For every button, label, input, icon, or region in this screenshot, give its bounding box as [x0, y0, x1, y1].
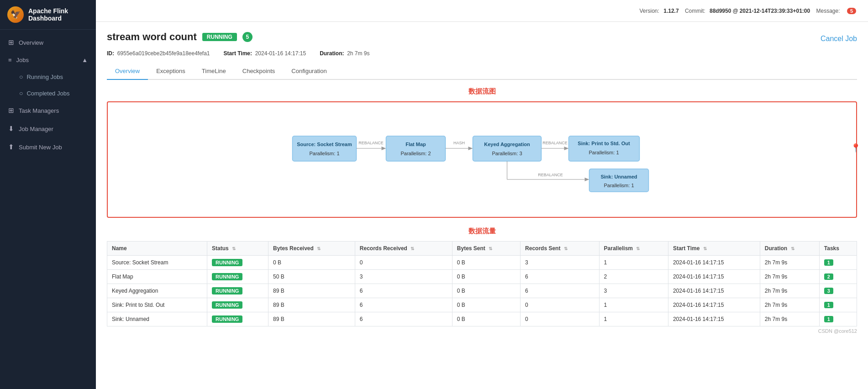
dataflow-section: 数据流量 Name Status ⇅ Bytes Received ⇅ Reco… — [107, 227, 857, 326]
pin-icon: 📍 — [851, 143, 861, 153]
sidebar-item-overview[interactable]: ⊞ Overview — [0, 33, 96, 52]
main-panel: Version: 1.12.7 Commit: 88d9950 @ 2021-1… — [96, 0, 868, 389]
sidebar-nav: ⊞ Overview ≡ Jobs ▲ ○ Running Jobs ○ Com… — [0, 30, 96, 389]
job-status-badge: RUNNING — [202, 33, 237, 41]
svg-text:Parallelism: 1: Parallelism: 1 — [589, 150, 619, 155]
sidebar-item-jobs[interactable]: ≡ Jobs ▲ — [0, 52, 96, 68]
cell-status: RUNNING — [207, 298, 268, 312]
cell-name[interactable]: Keyed Aggregation — [107, 284, 207, 298]
cell-bytes-recv: 50 B — [268, 270, 355, 284]
svg-text:REBALANCE: REBALANCE — [538, 173, 563, 177]
version-value: 1.12.7 — [663, 8, 679, 14]
cell-parallelism: 1 — [599, 312, 668, 326]
cell-records-sent: 0 — [521, 312, 600, 326]
cell-bytes-sent: 0 B — [452, 284, 520, 298]
dataflow-table: Name Status ⇅ Bytes Received ⇅ Records R… — [107, 241, 857, 326]
cell-status: RUNNING — [207, 256, 268, 270]
svg-marker-10 — [468, 147, 473, 150]
col-parallelism: Parallelism ⇅ — [599, 242, 668, 256]
cell-name[interactable]: Sink: Unnamed — [107, 312, 207, 326]
cell-records-recv: 6 — [355, 284, 452, 298]
sidebar-item-submit-new-job-label: Submit New Job — [19, 144, 62, 151]
sidebar-item-task-managers[interactable]: ⊞ Task Managers — [0, 101, 96, 120]
col-name: Name — [107, 242, 207, 256]
tab-overview[interactable]: Overview — [107, 63, 148, 80]
cell-tasks: 3 — [819, 284, 857, 298]
tab-checkpoints[interactable]: Checkpoints — [234, 63, 284, 80]
svg-rect-25 — [589, 169, 649, 192]
job-count-badge: 5 — [242, 32, 253, 42]
job-title: stream word count — [107, 31, 197, 43]
col-records-sent: Records Sent ⇅ — [521, 242, 600, 256]
cell-start-time: 2024-01-16 14:17:15 — [668, 256, 760, 270]
cell-bytes-sent: 0 B — [452, 312, 520, 326]
col-start-time: Start Time ⇅ — [668, 242, 760, 256]
col-bytes-sent: Bytes Sent ⇅ — [452, 242, 520, 256]
cell-duration: 2h 7m 9s — [760, 298, 819, 312]
svg-marker-4 — [382, 147, 386, 150]
svg-text:REBALANCE: REBALANCE — [542, 141, 568, 145]
cell-parallelism: 2 — [599, 270, 668, 284]
svg-marker-23 — [585, 178, 589, 181]
cell-bytes-sent: 0 B — [452, 256, 520, 270]
table-row: Keyed Aggregation RUNNING 89 B 6 0 B 6 3… — [107, 284, 857, 298]
cell-bytes-sent: 0 B — [452, 298, 520, 312]
cell-parallelism: 1 — [599, 256, 668, 270]
tab-exceptions[interactable]: Exceptions — [148, 63, 194, 80]
cell-bytes-sent: 0 B — [452, 270, 520, 284]
job-header: stream word count RUNNING 5 — [107, 31, 253, 43]
sidebar-item-running-jobs[interactable]: ○ Running Jobs — [0, 68, 96, 85]
job-meta: ID: 6955e6a019cebe2b45fe9a18ee4fefa1 Sta… — [107, 50, 857, 57]
table-header-row: Name Status ⇅ Bytes Received ⇅ Records R… — [107, 242, 857, 256]
cell-records-recv: 6 — [355, 312, 452, 326]
topbar-info: Version: 1.12.7 Commit: 88d9950 @ 2021-1… — [640, 8, 859, 14]
cell-duration: 2h 7m 9s — [760, 256, 819, 270]
svg-text:Parallelism: 3: Parallelism: 3 — [492, 151, 522, 156]
tab-configuration[interactable]: Configuration — [283, 63, 335, 80]
cell-tasks: 1 — [819, 312, 857, 326]
sidebar-logo-text: Apache Flink Dashboard — [28, 7, 89, 22]
jobs-icon: ≡ — [8, 57, 12, 63]
job-id-value: 6955e6a019cebe2b45fe9a18ee4fefa1 — [117, 50, 210, 57]
col-records-recv: Records Received ⇅ — [355, 242, 452, 256]
svg-text:REBALANCE: REBALANCE — [358, 141, 384, 145]
cell-name[interactable]: Flat Map — [107, 270, 207, 284]
table-row: Sink: Unnamed RUNNING 89 B 6 0 B 0 1 202… — [107, 312, 857, 326]
cell-duration: 2h 7m 9s — [760, 284, 819, 298]
sidebar-item-task-managers-label: Task Managers — [19, 107, 59, 114]
task-managers-icon: ⊞ — [8, 106, 14, 115]
cell-records-recv: 3 — [355, 270, 452, 284]
svg-rect-12 — [473, 136, 542, 161]
svg-text:Parallelism: 1: Parallelism: 1 — [604, 183, 634, 188]
job-start-value: 2024-01-16 14:17:15 — [255, 50, 306, 57]
cell-tasks: 1 — [819, 298, 857, 312]
cell-records-sent: 6 — [521, 284, 600, 298]
cell-records-recv: 0 — [355, 256, 452, 270]
sidebar-item-job-manager[interactable]: ⬇ Job Manager — [0, 120, 96, 138]
sidebar-item-running-jobs-label: Running Jobs — [26, 74, 63, 80]
cell-duration: 2h 7m 9s — [760, 270, 819, 284]
svg-rect-6 — [386, 136, 446, 161]
cell-name[interactable]: Source: Socket Stream — [107, 256, 207, 270]
job-manager-icon: ⬇ — [8, 125, 14, 133]
cell-records-sent: 6 — [521, 270, 600, 284]
sidebar-item-completed-jobs[interactable]: ○ Completed Jobs — [0, 85, 96, 101]
cancel-job-button[interactable]: Cancel Job — [821, 35, 857, 43]
content-area: stream word count RUNNING 5 Cancel Job I… — [96, 22, 868, 389]
svg-text:Sink: Unnamed: Sink: Unnamed — [600, 174, 637, 179]
cell-start-time: 2024-01-16 14:17:15 — [668, 298, 760, 312]
sidebar-item-submit-new-job[interactable]: ⬆ Submit New Job — [0, 138, 96, 156]
col-tasks: Tasks — [819, 242, 857, 256]
col-bytes-recv: Bytes Received ⇅ — [268, 242, 355, 256]
svg-rect-0 — [293, 136, 357, 161]
cell-parallelism: 1 — [599, 298, 668, 312]
svg-text:Keyed Aggregation: Keyed Aggregation — [484, 142, 530, 147]
cell-records-sent: 3 — [521, 256, 600, 270]
cell-name[interactable]: Sink: Print to Std. Out — [107, 298, 207, 312]
tab-timeline[interactable]: TimeLine — [194, 63, 234, 80]
cell-status: RUNNING — [207, 312, 268, 326]
cell-tasks: 1 — [819, 256, 857, 270]
dataflow-title: 数据流量 — [107, 227, 857, 236]
running-jobs-icon: ○ — [19, 73, 23, 80]
sidebar-item-job-manager-label: Job Manager — [19, 126, 53, 132]
